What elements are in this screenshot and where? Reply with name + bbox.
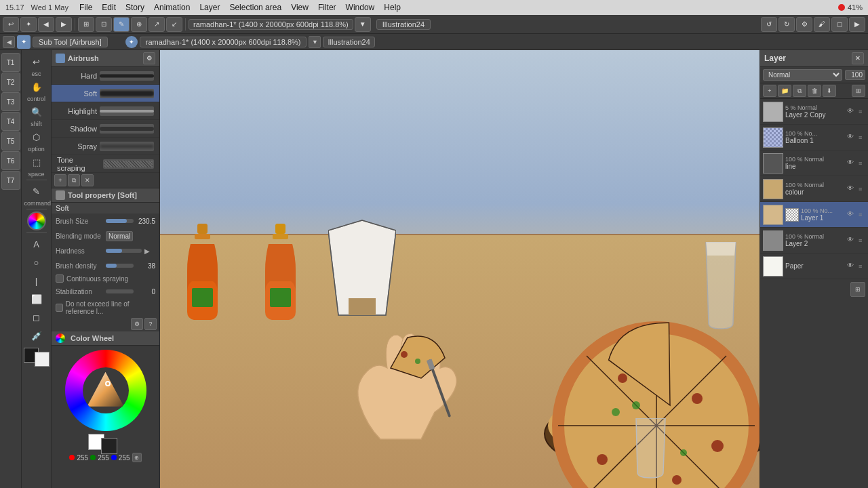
- layer-delete-btn[interactable]: 🗑: [808, 85, 821, 97]
- layer2-eye[interactable]: 👁: [847, 236, 856, 245]
- sub-tool-label[interactable]: Sub Tool [Airbrush]: [33, 37, 108, 47]
- selection-tool[interactable]: ⬚: [24, 153, 49, 171]
- layer-item-colour[interactable]: 100 % Normal colour 👁 ≡: [760, 176, 868, 202]
- sub-prev-btn[interactable]: ◀: [3, 36, 15, 48]
- layer-merge-btn[interactable]: ⬇: [823, 85, 836, 97]
- t7-btn[interactable]: T7: [1, 171, 20, 190]
- opacity-input[interactable]: 100: [845, 70, 865, 80]
- view-menu[interactable]: View: [287, 2, 313, 13]
- t6-btn[interactable]: T6: [1, 151, 20, 170]
- hand-tool[interactable]: ✋: [24, 78, 49, 96]
- brush-icon-delete[interactable]: ✕: [81, 174, 94, 186]
- doc-dropdown-btn[interactable]: ▼: [309, 36, 321, 48]
- file-menu[interactable]: File: [75, 2, 96, 13]
- line-eye[interactable]: 👁: [847, 159, 856, 168]
- brush-icon-btn[interactable]: 🖌: [814, 17, 830, 32]
- background-swatch[interactable]: [101, 438, 117, 454]
- paper-menu[interactable]: ≡: [859, 263, 865, 270]
- balloon-eye[interactable]: 👁: [847, 133, 856, 142]
- next-btn[interactable]: ▶: [56, 17, 72, 32]
- color-wheel-btn[interactable]: [27, 211, 46, 230]
- canvas-area[interactable]: [160, 50, 760, 488]
- brush-hard[interactable]: Hard: [52, 67, 159, 85]
- stabilization-slider[interactable]: [106, 289, 134, 293]
- brush-highlight[interactable]: Highlight: [52, 102, 159, 120]
- prev-btn[interactable]: ◀: [38, 17, 54, 32]
- layer-new-btn[interactable]: +: [763, 85, 776, 97]
- layer-copy-btn[interactable]: ⧉: [793, 85, 806, 97]
- move-btn[interactable]: ⊕: [131, 17, 147, 32]
- brush-density-slider[interactable]: [106, 264, 134, 268]
- layer2-menu[interactable]: ≡: [859, 237, 865, 244]
- layer-item-layer1[interactable]: 100 % No... Layer 1 👁 ≡: [760, 202, 868, 228]
- layer1-eye[interactable]: 👁: [847, 210, 856, 220]
- story-menu[interactable]: Story: [121, 2, 149, 13]
- animation-menu[interactable]: Animation: [150, 2, 194, 13]
- text-tool[interactable]: A: [24, 235, 49, 253]
- t3-btn[interactable]: T3: [1, 92, 20, 111]
- bucket-tool[interactable]: ⬜: [24, 290, 49, 308]
- settings-btn[interactable]: ⚙: [796, 17, 812, 32]
- brush-tone[interactable]: Tone scraping: [52, 155, 159, 173]
- doc-tab[interactable]: Illustration24: [376, 19, 431, 30]
- color-wheel[interactable]: [65, 350, 146, 431]
- import-btn[interactable]: ↙: [166, 17, 182, 32]
- filter-menu[interactable]: Filter: [314, 2, 340, 13]
- arrow-tool[interactable]: ↩: [24, 53, 49, 70]
- pencil-btn[interactable]: ✎: [113, 17, 130, 32]
- colour-menu[interactable]: ≡: [859, 186, 865, 192]
- layer2copy-eye[interactable]: 👁: [847, 107, 856, 117]
- blend-mode-select[interactable]: Normal: [763, 69, 842, 81]
- continuous-spray-checkbox[interactable]: [56, 274, 64, 283]
- t5-btn[interactable]: T5: [1, 131, 20, 150]
- doc-selector[interactable]: ramadhan-1* (1400 x 20000px 600dpi 118.8…: [140, 37, 307, 47]
- layer1-menu[interactable]: ≡: [859, 211, 865, 218]
- balloon-menu[interactable]: ≡: [859, 134, 865, 141]
- brush-panel-settings-btn[interactable]: ⚙: [143, 52, 155, 64]
- redo-btn[interactable]: ↻: [778, 17, 795, 32]
- hardness-expand[interactable]: ▶: [144, 247, 155, 255]
- bg-color-swatch[interactable]: [35, 352, 50, 367]
- help-menu[interactable]: Help: [380, 2, 405, 13]
- brush-icon-add[interactable]: +: [54, 174, 66, 186]
- selection-menu[interactable]: Selection area: [225, 2, 285, 13]
- layer-item-paper[interactable]: Paper 👁 ≡: [760, 253, 868, 279]
- brush-soft[interactable]: Soft: [52, 85, 159, 102]
- undo-btn[interactable]: ↺: [761, 17, 777, 32]
- grid-btn[interactable]: ⊞: [78, 17, 94, 32]
- layer-item-line[interactable]: 100 % Normal line 👁 ≡: [760, 150, 868, 176]
- layer-manager-btn[interactable]: ⊞: [850, 282, 865, 297]
- layer-expand-btn[interactable]: ⊞: [852, 85, 865, 97]
- edit-menu[interactable]: Edit: [98, 2, 120, 13]
- zoom-tool[interactable]: 🔍: [24, 103, 49, 121]
- brush-icon-copy[interactable]: ⧉: [68, 174, 80, 186]
- t4-btn[interactable]: T4: [1, 112, 20, 131]
- hardness-slider[interactable]: [106, 249, 142, 253]
- tool-prop-settings[interactable]: ⚙: [131, 318, 143, 330]
- layer2copy-menu[interactable]: ≡: [859, 108, 865, 115]
- layer-close-btn[interactable]: ✕: [852, 52, 864, 64]
- do-not-exceed-checkbox[interactable]: [56, 304, 63, 312]
- layer-item-balloon[interactable]: 100 % No... Balloon 1 👁 ≡: [760, 125, 868, 150]
- blending-mode-select[interactable]: Normal: [106, 231, 133, 241]
- eyedropper-tool[interactable]: 💉: [24, 327, 49, 344]
- layer-item-layer2copy[interactable]: 5 % Normal Layer 2 Copy 👁 ≡: [760, 99, 868, 125]
- t1-btn[interactable]: T1: [1, 53, 20, 72]
- brush-size-slider[interactable]: [106, 219, 134, 223]
- frame-btn[interactable]: ⊡: [96, 17, 112, 32]
- window-menu[interactable]: Window: [342, 2, 379, 13]
- back-btn[interactable]: ↩: [3, 17, 19, 32]
- export-btn[interactable]: ↗: [149, 17, 165, 32]
- layer-item-layer2[interactable]: 100 % Normal Layer 2 👁 ≡: [760, 228, 868, 253]
- brush-shadow[interactable]: Shadow: [52, 120, 159, 138]
- eraser-tool[interactable]: ◻: [24, 308, 49, 326]
- layer-menu[interactable]: Layer: [195, 2, 224, 13]
- layer-folder-btn[interactable]: 📁: [778, 85, 791, 97]
- tool-prop-info[interactable]: ?: [144, 318, 157, 330]
- tool-icon[interactable]: ✦: [20, 17, 37, 32]
- line-tool[interactable]: |: [24, 272, 49, 289]
- color-eyedropper-btn[interactable]: ⊕: [132, 453, 142, 462]
- colour-eye[interactable]: 👁: [847, 184, 856, 194]
- brush-spray[interactable]: Spray: [52, 138, 159, 155]
- line-menu[interactable]: ≡: [859, 160, 865, 167]
